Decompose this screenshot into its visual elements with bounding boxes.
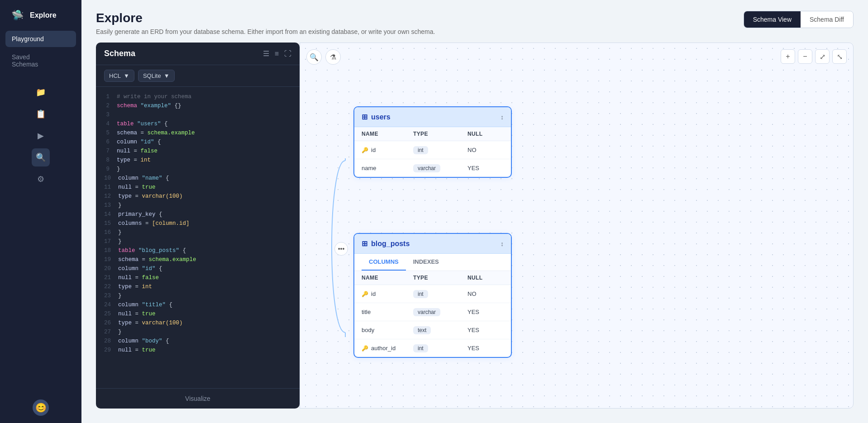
line-code: null = true xyxy=(118,183,156,192)
sidebar-item-saved-schemas[interactable]: SavedSchemas xyxy=(5,49,76,72)
line-number: 15 xyxy=(104,219,118,228)
blog-posts-collapse-button[interactable]: ↕ xyxy=(501,240,504,247)
primary-key-icon: 🔑 xyxy=(362,147,368,153)
keyword-token: table xyxy=(118,247,135,254)
erd-zoom-plus-button[interactable]: + xyxy=(781,49,795,64)
punct-token: { xyxy=(162,338,169,344)
line-number: 1 xyxy=(104,92,117,101)
prop-token: column xyxy=(118,338,138,344)
punct-token: = xyxy=(138,257,149,263)
table-row: 🔑 id int NO xyxy=(354,285,511,303)
erd-controls: 🔍 ⚗ xyxy=(306,49,341,65)
erd-expand-button[interactable]: ⤡ xyxy=(832,49,847,64)
prop-token: null xyxy=(118,311,132,317)
page-header: Explore Easily generate an ERD from your… xyxy=(81,0,868,43)
erd-zoom-in-icon[interactable]: 🔍 xyxy=(306,49,322,65)
erd-zoom-minus-button[interactable]: − xyxy=(798,49,812,64)
code-line: 18table "blog_posts" { xyxy=(96,246,300,255)
users-table-header: ⊞ users ↕ xyxy=(354,107,511,127)
line-number: 7 xyxy=(104,147,117,156)
sidebar-explore-icon[interactable]: 🔍 xyxy=(32,148,50,166)
code-line: 25 null = true xyxy=(96,309,300,318)
line-code: type = varchar(100) xyxy=(118,318,183,328)
line-code: column "title" { xyxy=(118,300,172,309)
punct-token: = xyxy=(132,184,142,190)
punct-token: { xyxy=(179,247,186,254)
line-number: 13 xyxy=(104,201,118,210)
table-row: 🔑 author_id int YES xyxy=(354,339,511,357)
punct-token: = xyxy=(132,193,142,200)
code-line: 3 xyxy=(96,110,300,119)
db-chevron-icon: ▼ xyxy=(164,72,170,79)
sidebar-play-icon[interactable]: ▶ xyxy=(32,127,50,145)
page-title: Explore xyxy=(96,11,435,25)
line-number: 6 xyxy=(104,138,117,147)
users-type-header: Type xyxy=(413,131,467,137)
line-code: null = false xyxy=(117,147,157,156)
erd-fit-button[interactable]: ⤢ xyxy=(815,49,830,64)
schema-diff-button[interactable]: Schema Diff xyxy=(801,11,853,28)
erd-panel[interactable]: 🔍 ⚗ + − ⤢ ⤡ ••• xyxy=(300,43,854,409)
users-null-header: Null xyxy=(467,131,504,137)
punct-token: = xyxy=(142,220,153,227)
dialect-select[interactable]: HCL ▼ xyxy=(104,70,134,82)
connection-bubble[interactable]: ••• xyxy=(334,242,348,256)
punct-token: {} xyxy=(171,103,181,109)
prop-token: column xyxy=(118,302,138,308)
sidebar-folder-icon[interactable]: 📁 xyxy=(32,83,50,101)
users-collapse-button[interactable]: ↕ xyxy=(501,114,504,121)
schema-footer: Visualize xyxy=(96,388,300,409)
punct-token: { xyxy=(154,139,161,145)
value-token: false xyxy=(142,275,159,281)
schema-list-icon[interactable]: ≡ xyxy=(275,50,279,58)
bp-id-label: id xyxy=(371,290,376,297)
value-token: true xyxy=(142,347,156,353)
users-name-type: varchar xyxy=(413,164,467,172)
line-code: column "body" { xyxy=(118,337,169,346)
prop-token: null xyxy=(118,347,132,353)
punct-token: } xyxy=(118,329,122,335)
schema-copy-icon[interactable]: ☰ xyxy=(263,49,269,58)
table-row: title varchar YES xyxy=(354,303,511,321)
bp-body-type: text xyxy=(413,326,467,334)
bp-id-null: NO xyxy=(467,290,504,297)
line-code: type = varchar(100) xyxy=(118,192,183,201)
code-line: 24 column "title" { xyxy=(96,300,300,309)
key-token: varchar(100) xyxy=(142,320,183,326)
value-token: true xyxy=(142,311,156,317)
schema-view-button[interactable]: Schema View xyxy=(744,11,801,28)
value-token: false xyxy=(141,148,158,154)
sidebar-settings-icon[interactable]: ⚙ xyxy=(32,170,50,188)
tab-indexes[interactable]: INDEXES xyxy=(406,254,446,271)
code-line: 21 null = false xyxy=(96,273,300,282)
user-avatar[interactable]: 😊 xyxy=(33,399,49,416)
value-token: schema.example xyxy=(149,257,196,263)
sidebar-item-playground[interactable]: Playground xyxy=(5,31,76,47)
code-line: 27 } xyxy=(96,328,300,337)
code-line: 12 type = varchar(100) xyxy=(96,192,300,201)
line-code: } xyxy=(117,165,120,174)
sidebar-item-playground-label: Playground xyxy=(12,35,44,43)
erd-filter-icon[interactable]: ⚗ xyxy=(325,49,341,65)
string-token: "body" xyxy=(138,338,162,344)
sidebar-saved-schemas-label: SavedSchemas xyxy=(12,53,38,68)
sidebar-icons: 📁 📋 ▶ 🔍 ⚙ xyxy=(0,76,81,195)
punct-token: = xyxy=(132,284,142,290)
users-name-type-badge: varchar xyxy=(413,164,440,172)
schema-expand-icon[interactable]: ⛶ xyxy=(284,50,291,58)
punct-token: = xyxy=(130,157,141,163)
tab-columns[interactable]: COLUMNS xyxy=(362,254,406,271)
users-table-name: users xyxy=(371,113,391,121)
table-row: name varchar YES xyxy=(354,159,511,177)
page-description: Easily generate an ERD from your databas… xyxy=(96,28,435,35)
bp-id-type-badge: int xyxy=(413,290,428,298)
keyword-token: schema xyxy=(117,103,137,109)
db-select[interactable]: SQLite ▼ xyxy=(138,70,175,82)
sidebar-document-icon[interactable]: 📋 xyxy=(32,105,50,123)
line-number: 10 xyxy=(104,174,118,183)
code-line: 7 null = false xyxy=(96,147,300,156)
visualize-button[interactable]: Visualize xyxy=(185,395,210,402)
line-number: 18 xyxy=(104,246,118,255)
keyword-token: table xyxy=(117,121,134,127)
users-name-null: YES xyxy=(467,165,504,171)
